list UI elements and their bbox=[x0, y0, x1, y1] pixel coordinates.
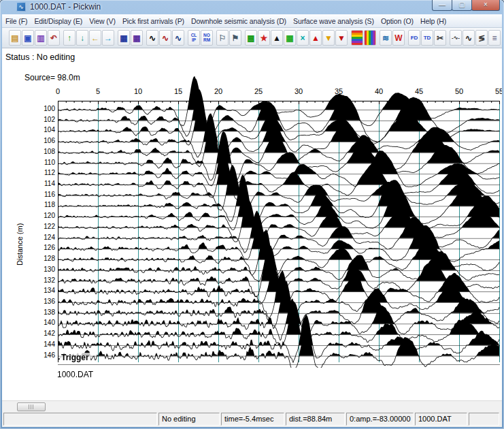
maximize-button[interactable]: ▢ bbox=[452, 0, 472, 11]
toolbar-green-grid-button[interactable]: ▩ bbox=[245, 30, 257, 46]
toolbar-normalize-toggle-button[interactable]: NO RM bbox=[201, 30, 213, 46]
toolbar-flag-outline-button[interactable]: ⚐ bbox=[216, 30, 229, 46]
menu-help-h[interactable]: Help (H) bbox=[417, 16, 450, 27]
red-triangle-up-icon: ▲ bbox=[312, 34, 320, 42]
toolbar-wiggle-flat-button[interactable]: -∿- bbox=[450, 30, 462, 46]
statusbar-cell-6 bbox=[469, 413, 499, 426]
plot-file-label: 1000.DAT bbox=[57, 370, 93, 379]
toolbar-black-triangle-button[interactable]: ▲ bbox=[271, 30, 283, 46]
toolbar-wiggle-compare-button[interactable]: ≶ bbox=[475, 30, 488, 46]
toolbar-undo-button[interactable]: ↶ bbox=[48, 30, 60, 46]
y-tick-130: 130 bbox=[32, 266, 55, 273]
next-shot-icon: → bbox=[104, 34, 112, 42]
menu-downhole-seismic-analysis-d[interactable]: Downhole seismic analysis (D) bbox=[188, 16, 290, 27]
print-icon: ▥ bbox=[37, 34, 44, 42]
y-tick-112: 112 bbox=[32, 169, 55, 176]
horizontal-scrollbar[interactable] bbox=[2, 400, 502, 411]
toolbar-wave-stack-button[interactable]: ≋ bbox=[380, 30, 392, 46]
toolbar-matrix-1-button[interactable]: ▦ bbox=[118, 30, 130, 46]
y-tick-124: 124 bbox=[32, 234, 55, 241]
y-tick-106: 106 bbox=[32, 137, 55, 144]
statusbar-cell-5: 1000.DAT bbox=[415, 413, 467, 426]
toolbar-print-button[interactable]: ▥ bbox=[35, 30, 47, 46]
green-grid-icon: ▩ bbox=[247, 34, 254, 42]
toolbar-fd-analysis-button[interactable]: FD bbox=[408, 30, 420, 46]
toolbar-green-grid-2-button[interactable]: ▦ bbox=[284, 30, 296, 46]
toolbar-red-triangle-down-button[interactable]: ▼ bbox=[335, 30, 348, 46]
wiggle-icon: ∿ bbox=[465, 34, 472, 42]
shift-up-icon: ↑ bbox=[67, 34, 71, 42]
y-tick-116: 116 bbox=[32, 191, 55, 198]
cyan-cross-icon: × bbox=[300, 34, 305, 42]
toolbar-flag-filled-button[interactable]: ⚑ bbox=[229, 30, 241, 46]
y-tick-144: 144 bbox=[32, 340, 55, 348]
matrix-1-icon: ▦ bbox=[120, 34, 127, 42]
y-tick-138: 138 bbox=[32, 308, 55, 316]
toolbar-prev-shot-button[interactable]: ← bbox=[89, 30, 101, 46]
status-line: Status : No editing bbox=[5, 52, 75, 62]
seismic-plot-canvas[interactable] bbox=[58, 65, 500, 368]
toolbar-red-triangle-up-button[interactable]: ▲ bbox=[309, 30, 322, 46]
menu-pick-first-arrivals-p[interactable]: Pick first arrivals (P) bbox=[119, 16, 188, 27]
y-tick-104: 104 bbox=[32, 126, 55, 133]
menu-view-v[interactable]: View (V) bbox=[86, 16, 119, 27]
y-tick-118: 118 bbox=[32, 201, 55, 208]
td-analysis-icon: TD bbox=[424, 35, 431, 41]
wave-gain-up-icon: ∿ bbox=[162, 34, 169, 42]
menu-surface-wave-analysis-s[interactable]: Surface wave analysis (S) bbox=[290, 16, 377, 27]
title-bar[interactable]: ∿ 1000.DAT - Pickwin — ▢ × bbox=[0, 0, 504, 14]
toolbar-w-tool-button[interactable]: W bbox=[392, 30, 405, 46]
scrollbar-thumb[interactable] bbox=[17, 402, 46, 411]
app-icon: ∿ bbox=[16, 2, 26, 12]
y-axis-title: Distance (m) bbox=[16, 205, 24, 283]
green-grid-2-icon: ▦ bbox=[286, 34, 293, 42]
y-tick-134: 134 bbox=[32, 287, 55, 294]
scrollbar-grip-icon bbox=[29, 404, 35, 409]
yellow-triangle-down-icon: ▼ bbox=[324, 34, 333, 42]
wave-normal-icon: ∿ bbox=[149, 34, 156, 42]
toolbar-open-file-button[interactable]: ▤ bbox=[9, 30, 21, 46]
toolbar-clip-toggle-button[interactable]: CL IP bbox=[188, 30, 200, 46]
toolbar-red-star-button[interactable]: ★ bbox=[258, 30, 270, 46]
menu-option-o[interactable]: Option (O) bbox=[377, 16, 417, 27]
statusbar-cell-4: 0:amp.=-83.00000 bbox=[346, 413, 414, 426]
statusbar-cell-3: dist.=88.84m bbox=[286, 413, 345, 426]
wave-stack-icon: ≋ bbox=[382, 34, 389, 42]
toolbar-shift-down-button[interactable]: ↓ bbox=[76, 30, 88, 46]
statusbar-cell-1: No editing bbox=[158, 413, 220, 426]
fd-analysis-icon: FD bbox=[411, 35, 418, 41]
y-tick-142: 142 bbox=[32, 330, 55, 337]
toolbar-next-shot-button[interactable]: → bbox=[102, 30, 114, 46]
toolbar-matrix-2-button[interactable]: ▦ bbox=[131, 30, 143, 46]
clip-toggle-icon: CL IP bbox=[191, 33, 197, 43]
minimize-button[interactable]: — bbox=[432, 0, 452, 11]
y-tick-132: 132 bbox=[32, 276, 55, 284]
toolbar-wiggle-button[interactable]: ∿ bbox=[463, 30, 475, 46]
menu-edit-display-e[interactable]: Edit/Display (E) bbox=[31, 16, 86, 27]
toolbar-color-scale-1-button[interactable] bbox=[351, 30, 363, 46]
caption-buttons: — ▢ × bbox=[433, 0, 500, 11]
black-triangle-icon: ▲ bbox=[273, 34, 281, 42]
save-file-icon: ▣ bbox=[24, 34, 31, 42]
toolbar-td-analysis-button[interactable]: TD bbox=[421, 30, 433, 46]
y-tick-110: 110 bbox=[32, 159, 55, 166]
wiggle-flat-icon: -∿- bbox=[452, 35, 460, 41]
toolbar-color-scale-2-button[interactable] bbox=[364, 30, 376, 46]
statusbar-cell-2: time=-5.4msec bbox=[221, 413, 284, 426]
menu-file-f[interactable]: File (F) bbox=[2, 16, 31, 27]
toolbar-wave-gain-up-button[interactable]: ∿ bbox=[159, 30, 171, 46]
close-button[interactable]: × bbox=[471, 0, 500, 11]
toolbar-yellow-triangle-down-button[interactable]: ▼ bbox=[322, 30, 335, 46]
toolbar-shift-up-button[interactable]: ↑ bbox=[63, 30, 75, 46]
toolbar-save-file-button[interactable]: ▣ bbox=[22, 30, 34, 46]
toolbar-wave-gain-down-button[interactable]: ∿ bbox=[172, 30, 184, 46]
toolbar-cut-traces-button[interactable]: ✂ bbox=[434, 30, 446, 46]
toolbar-list-view-button[interactable]: ≡ bbox=[488, 30, 501, 46]
toolbar-cyan-cross-button[interactable]: × bbox=[297, 30, 309, 46]
y-tick-128: 128 bbox=[32, 255, 55, 262]
prev-shot-icon: ← bbox=[91, 34, 99, 42]
menu-bar: File (F)Edit/Display (E)View (V)Pick fir… bbox=[2, 14, 502, 28]
window-title: 1000.DAT - Pickwin bbox=[30, 2, 101, 12]
flag-filled-icon: ⚑ bbox=[232, 34, 239, 42]
toolbar-wave-normal-button[interactable]: ∿ bbox=[146, 30, 158, 46]
